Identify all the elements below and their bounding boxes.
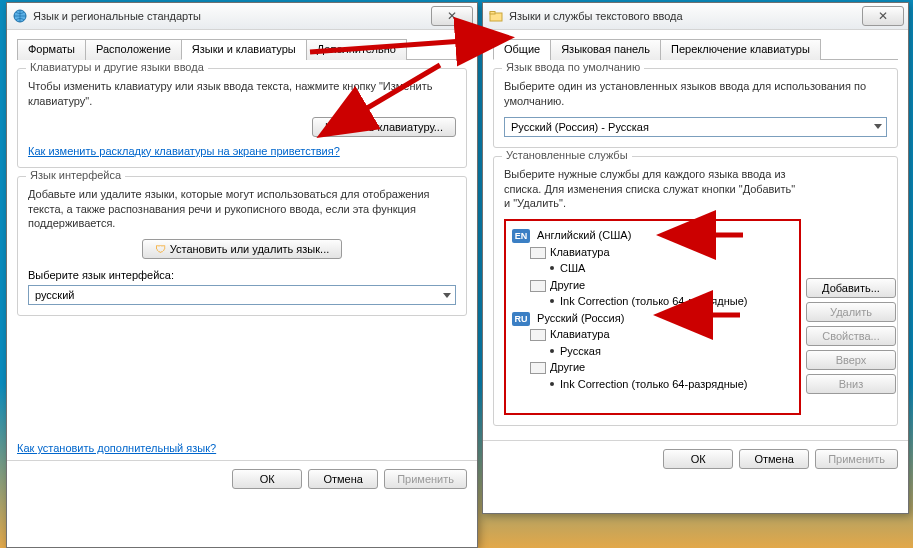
folder-icon bbox=[489, 9, 503, 23]
display-language-group: Язык интерфейса Добавьте или удалите язы… bbox=[17, 176, 467, 317]
welcome-layout-link[interactable]: Как изменить раскладку клавиатуры на экр… bbox=[28, 145, 340, 157]
tab-strip: Форматы Расположение Языки и клавиатуры … bbox=[17, 38, 467, 60]
up-button[interactable]: Вверх bbox=[806, 350, 896, 370]
text-services-dialog: Языки и службы текстового ввода ✕ Общие … bbox=[482, 2, 909, 514]
svg-rect-2 bbox=[490, 12, 495, 15]
dialog-buttons: ОК Отмена Применить bbox=[483, 440, 908, 477]
cancel-button[interactable]: Отмена bbox=[308, 469, 378, 489]
tab-general[interactable]: Общие bbox=[493, 39, 551, 60]
tab-strip: Общие Языковая панель Переключение клави… bbox=[493, 38, 898, 60]
tab-location[interactable]: Расположение bbox=[85, 39, 182, 60]
keyboard-node[interactable]: Клавиатура США bbox=[530, 244, 793, 277]
keyboard-node[interactable]: Клавиатура Русская bbox=[530, 326, 793, 359]
default-input-group: Язык ввода по умолчанию Выберите один из… bbox=[493, 68, 898, 148]
ink-node[interactable]: Ink Correction (только 64-разрядные) bbox=[548, 293, 793, 310]
bullet-icon bbox=[550, 349, 554, 353]
cancel-button[interactable]: Отмена bbox=[739, 449, 809, 469]
window-title: Языки и службы текстового ввода bbox=[509, 10, 683, 22]
bullet-icon bbox=[550, 382, 554, 386]
ink-node[interactable]: Ink Correction (только 64-разрядные) bbox=[548, 376, 793, 393]
dialog-body: Общие Языковая панель Переключение клави… bbox=[483, 30, 908, 440]
remove-button[interactable]: Удалить bbox=[806, 302, 896, 322]
bullet-icon bbox=[550, 299, 554, 303]
lang-en-node[interactable]: EN Английский (США) bbox=[512, 227, 793, 244]
ok-button[interactable]: ОК bbox=[232, 469, 302, 489]
keyboard-icon bbox=[530, 247, 546, 259]
display-language-label: Выберите язык интерфейса: bbox=[28, 269, 456, 281]
services-tree[interactable]: EN Английский (США) Клавиатура США Други… bbox=[512, 227, 793, 392]
select-value: Русский (Россия) - Русская bbox=[511, 121, 649, 133]
close-icon: ✕ bbox=[447, 9, 457, 23]
down-button[interactable]: Вниз bbox=[806, 374, 896, 394]
shield-icon: 🛡 bbox=[155, 243, 166, 255]
group-desc: Выберите один из установленных языков вв… bbox=[504, 79, 887, 109]
group-desc: Добавьте или удалите языки, которые могу… bbox=[28, 187, 456, 232]
default-language-select[interactable]: Русский (Россия) - Русская bbox=[504, 117, 887, 137]
group-legend: Язык ввода по умолчанию bbox=[502, 61, 644, 73]
group-desc: Чтобы изменить клавиатуру или язык ввода… bbox=[28, 79, 456, 109]
chevron-down-icon bbox=[443, 293, 451, 298]
tab-keyboards[interactable]: Языки и клавиатуры bbox=[181, 39, 307, 60]
bullet-icon bbox=[550, 266, 554, 270]
keyboard-icon bbox=[530, 280, 546, 292]
window-title: Язык и региональные стандарты bbox=[33, 10, 201, 22]
region-language-dialog: Язык и региональные стандарты ✕ Форматы … bbox=[6, 2, 478, 548]
dialog-buttons: ОК Отмена Применить bbox=[7, 460, 477, 497]
install-language-button[interactable]: 🛡 Установить или удалить язык... bbox=[142, 239, 343, 259]
dialog-body: Форматы Расположение Языки и клавиатуры … bbox=[7, 30, 477, 460]
close-button[interactable]: ✕ bbox=[862, 6, 904, 26]
layout-node[interactable]: США bbox=[548, 260, 793, 277]
tab-additional[interactable]: Дополнительно bbox=[306, 39, 407, 60]
other-node[interactable]: Другие Ink Correction (только 64-разрядн… bbox=[530, 359, 793, 392]
group-legend: Клавиатуры и другие языки ввода bbox=[26, 61, 208, 73]
apply-button[interactable]: Применить bbox=[815, 449, 898, 469]
install-more-link[interactable]: Как установить дополнительный язык? bbox=[17, 442, 216, 454]
titlebar[interactable]: Языки и службы текстового ввода ✕ bbox=[483, 3, 908, 30]
lang-ru-node[interactable]: RU Русский (Россия) bbox=[512, 310, 793, 327]
keyboards-group: Клавиатуры и другие языки ввода Чтобы из… bbox=[17, 68, 467, 168]
keyboard-icon bbox=[530, 362, 546, 374]
chevron-down-icon bbox=[874, 124, 882, 129]
layout-node[interactable]: Русская bbox=[548, 343, 793, 360]
globe-icon bbox=[13, 9, 27, 23]
lang-ru-icon: RU bbox=[512, 312, 530, 326]
close-button[interactable]: ✕ bbox=[431, 6, 473, 26]
display-language-select[interactable]: русский bbox=[28, 285, 456, 305]
lang-en-icon: EN bbox=[512, 229, 530, 243]
tab-formats[interactable]: Форматы bbox=[17, 39, 86, 60]
services-tree-highlight: EN Английский (США) Клавиатура США Други… bbox=[504, 219, 801, 415]
tab-switch-keyboards[interactable]: Переключение клавиатуры bbox=[660, 39, 821, 60]
close-icon: ✕ bbox=[878, 9, 888, 23]
side-button-column: Добавить... Удалить Свойства... Вверх Вн… bbox=[806, 278, 896, 394]
titlebar[interactable]: Язык и региональные стандарты ✕ bbox=[7, 3, 477, 30]
change-keyboard-button[interactable]: Изменить клавиатуру... bbox=[312, 117, 456, 137]
group-desc: Выберите нужные службы для каждого языка… bbox=[504, 167, 801, 212]
lang-ru-label: Русский (Россия) bbox=[537, 312, 624, 324]
group-legend: Язык интерфейса bbox=[26, 169, 125, 181]
properties-button[interactable]: Свойства... bbox=[806, 326, 896, 346]
other-node[interactable]: Другие Ink Correction (только 64-разрядн… bbox=[530, 277, 793, 310]
lang-en-label: Английский (США) bbox=[537, 229, 631, 241]
ok-button[interactable]: ОК bbox=[663, 449, 733, 469]
keyboard-icon bbox=[530, 329, 546, 341]
group-legend: Установленные службы bbox=[502, 149, 632, 161]
add-button[interactable]: Добавить... bbox=[806, 278, 896, 298]
tab-language-bar[interactable]: Языковая панель bbox=[550, 39, 661, 60]
apply-button[interactable]: Применить bbox=[384, 469, 467, 489]
select-value: русский bbox=[35, 289, 74, 301]
